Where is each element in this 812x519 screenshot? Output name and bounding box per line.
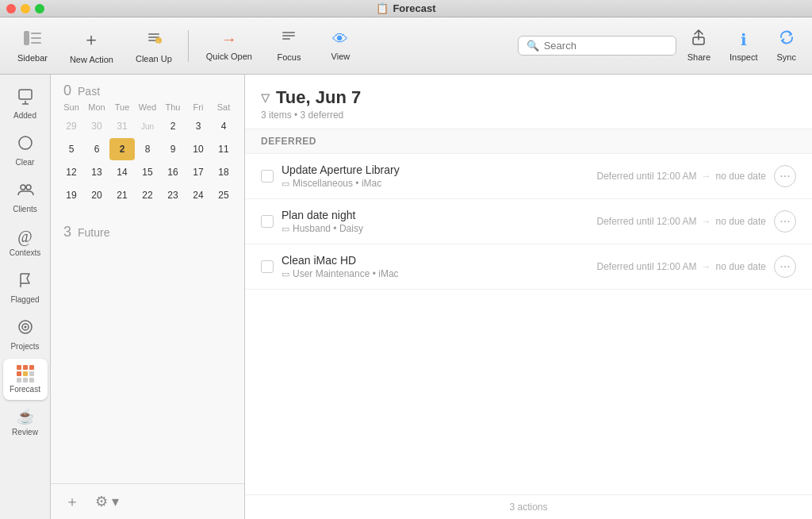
task-meta-1: ▭ Miscellaneous • iMac	[282, 178, 589, 189]
cal-day[interactable]: 4	[211, 115, 236, 137]
cal-day[interactable]: 5	[59, 138, 84, 160]
weekday-thu: Thu	[160, 102, 186, 112]
cal-day[interactable]: 23	[160, 184, 186, 206]
task-checkbox-3[interactable]	[261, 260, 274, 273]
share-label: Share	[688, 52, 710, 62]
task-meta-icon-1: ▭	[282, 179, 289, 189]
cal-day[interactable]: 8	[135, 138, 160, 160]
cal-day[interactable]: Jun	[135, 115, 160, 137]
cal-day[interactable]: 10	[186, 138, 211, 160]
task-checkbox-1[interactable]	[261, 170, 274, 183]
cal-day[interactable]: 17	[186, 161, 211, 183]
new-action-button[interactable]: ＋ New Action	[60, 21, 123, 71]
forecast-icon	[17, 365, 34, 383]
cal-day[interactable]: 11	[211, 138, 236, 160]
task-action-button-1[interactable]: ···	[774, 165, 796, 187]
cal-day[interactable]: 25	[211, 184, 236, 206]
maximize-button[interactable]	[35, 4, 44, 13]
clear-icon	[17, 134, 34, 156]
sidebar-item-flagged[interactable]: Flagged	[3, 265, 48, 310]
task-item: Update Aperture Library ▭ Miscellaneous …	[245, 154, 812, 199]
task-content-1: Update Aperture Library ▭ Miscellaneous …	[282, 163, 589, 189]
cal-day[interactable]: 2	[160, 115, 186, 137]
sidebar-item-forecast[interactable]: Forecast	[3, 359, 48, 400]
future-label: Future	[78, 226, 109, 239]
clean-up-button[interactable]: ↓ Clean Up	[126, 22, 182, 70]
search-field[interactable]: 🔍	[518, 36, 676, 56]
task-checkbox-2[interactable]	[261, 215, 274, 228]
cal-day[interactable]: 21	[109, 184, 135, 206]
sync-icon	[779, 29, 795, 49]
sidebar-toggle-button[interactable]: Sidebar	[8, 23, 57, 69]
cal-day[interactable]: 29	[59, 115, 84, 137]
task-meta-text-1: Miscellaneous • iMac	[293, 178, 381, 189]
task-action-button-3[interactable]: ···	[774, 256, 796, 278]
cal-day[interactable]: 13	[84, 161, 109, 183]
task-deferred-2: Deferred until 12:00 AM → no due date	[597, 216, 766, 227]
content-footer: 3 actions	[245, 494, 812, 519]
sidebar-item-projects[interactable]: Projects	[3, 312, 48, 357]
share-button[interactable]: Share	[680, 25, 718, 67]
focus-button[interactable]: Focus	[263, 23, 315, 68]
toolbar: Sidebar ＋ New Action ↓ Clean Up → Quick …	[0, 17, 812, 75]
calendar-weekdays: Sun Mon Tue Wed Thu Fri Sat	[59, 102, 236, 112]
inspect-button[interactable]: ℹ Inspect	[722, 25, 765, 67]
task-deferred-text-3: Deferred until 12:00 AM	[597, 261, 697, 272]
svg-rect-4	[148, 33, 159, 35]
task-meta-text-2: Husband • Daisy	[293, 223, 363, 234]
search-input[interactable]	[544, 40, 668, 52]
cal-day[interactable]: 31	[109, 115, 135, 137]
svg-rect-9	[282, 32, 295, 33]
view-button[interactable]: 👁 View	[315, 24, 366, 67]
sidebar-projects-label: Projects	[10, 342, 39, 351]
calendar-grid: Sun Mon Tue Wed Thu Fri Sat 29 30 31 Jun…	[51, 102, 244, 206]
cal-day[interactable]: 12	[59, 161, 84, 183]
sidebar-item-clear[interactable]: Clear	[3, 128, 48, 173]
sync-button[interactable]: Sync	[769, 25, 804, 67]
cal-day[interactable]: 24	[186, 184, 211, 206]
cal-day[interactable]: 22	[135, 184, 160, 206]
cal-day-today[interactable]: 2	[109, 138, 135, 160]
cal-day[interactable]: 18	[211, 161, 236, 183]
task-action-button-2[interactable]: ···	[774, 210, 796, 233]
toolbar-right: 🔍 Share ℹ Inspect	[518, 25, 804, 67]
focus-icon	[281, 29, 297, 49]
quick-open-icon: →	[221, 30, 237, 48]
task-meta-icon-2: ▭	[282, 224, 289, 234]
cal-day[interactable]: 15	[135, 161, 160, 183]
task-item: Clean iMac HD ▭ User Maintenance • iMac …	[245, 244, 812, 290]
content-area: ▽ Tue, Jun 7 3 items • 3 deferred Deferr…	[245, 75, 812, 519]
collapse-icon[interactable]: ▽	[261, 91, 270, 104]
cal-day[interactable]: 30	[84, 115, 109, 137]
date-subtitle: 3 items • 3 deferred	[261, 110, 796, 121]
view-label: View	[331, 52, 350, 61]
action-count: 3 actions	[509, 502, 547, 513]
task-name-3: Clean iMac HD	[282, 254, 589, 267]
svg-rect-6	[148, 40, 156, 41]
settings-button[interactable]: ⚙ ▾	[90, 491, 124, 512]
cal-day[interactable]: 20	[84, 184, 109, 206]
sidebar-icon	[24, 29, 41, 50]
cal-day[interactable]: 3	[186, 115, 211, 137]
close-button[interactable]	[6, 4, 16, 13]
task-name-2: Plan date night	[282, 209, 589, 221]
sidebar-forecast-label: Forecast	[10, 385, 40, 394]
sidebar-item-clients[interactable]: Clients	[3, 175, 48, 220]
toolbar-separator-1	[188, 30, 189, 62]
inspect-label: Inspect	[730, 52, 757, 62]
sidebar-item-contexts[interactable]: @ Contexts	[3, 221, 48, 263]
cal-day[interactable]: 19	[59, 184, 84, 206]
sidebar-item-review[interactable]: ☕ Review	[3, 402, 48, 443]
cal-day[interactable]: 14	[109, 161, 135, 183]
main-area: Added Clear Clients @ Contexts	[0, 75, 812, 519]
weekday-sat: Sat	[211, 102, 236, 112]
sidebar-item-added[interactable]: Added	[3, 81, 48, 126]
cal-day[interactable]: 6	[84, 138, 109, 160]
minimize-button[interactable]	[21, 4, 30, 13]
quick-open-button[interactable]: → Quick Open	[195, 24, 263, 67]
add-item-button[interactable]: ＋	[60, 490, 84, 513]
task-meta-3: ▭ User Maintenance • iMac	[282, 268, 589, 279]
content-header: ▽ Tue, Jun 7 3 items • 3 deferred	[245, 75, 812, 129]
cal-day[interactable]: 16	[160, 161, 186, 183]
cal-day[interactable]: 9	[160, 138, 186, 160]
